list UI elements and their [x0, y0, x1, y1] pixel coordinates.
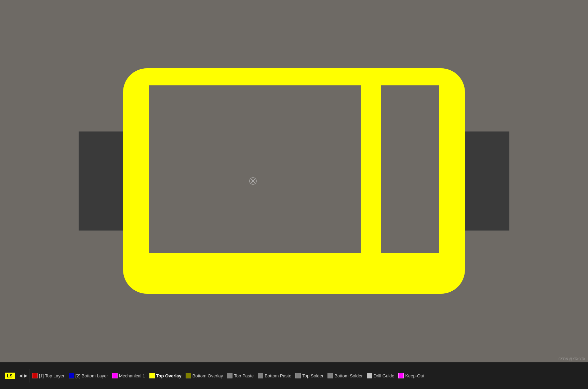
layer-item-keep-out[interactable]: Keep-Out: [396, 362, 426, 389]
layer-label-top-solder: Top Solder: [302, 373, 323, 378]
ls-badge-container[interactable]: LS: [3, 362, 18, 389]
crosshair-symbol: [248, 176, 258, 186]
ls-badge: LS: [5, 373, 15, 379]
color-swatch-top-solder: [295, 373, 301, 378]
layer-label-keep-out: Keep-Out: [405, 373, 424, 378]
color-swatch-bottom-paste: [258, 373, 263, 378]
layer-label-bottom-overlay: Bottom Overlay: [192, 373, 223, 378]
color-swatch-mechanical: [112, 373, 118, 378]
pcb-body-yellow: [123, 68, 465, 294]
layer-label-bottom-paste: Bottom Paste: [265, 373, 291, 378]
layer-item-bottom-layer[interactable]: [2] Bottom Layer: [67, 362, 110, 389]
color-swatch-bottom-layer: [69, 373, 74, 378]
layer-item-drill-guide[interactable]: Drill Guide: [365, 362, 397, 389]
color-swatch-keep-out: [398, 373, 404, 378]
layer-item-bottom-solder[interactable]: Bottom Solder: [325, 362, 364, 389]
color-swatch-bottom-overlay: [186, 373, 191, 378]
layer-item-top-paste[interactable]: Top Paste: [225, 362, 256, 389]
canvas-area: [0, 0, 588, 362]
layer-label-bottom-solder: Bottom Solder: [334, 373, 362, 378]
color-swatch-top-layer: [32, 373, 38, 378]
layer-item-bottom-paste[interactable]: Bottom Paste: [256, 362, 293, 389]
inner-cutout-left: [149, 85, 361, 253]
layer-label-top-layer: [1] Top Layer: [39, 373, 65, 378]
color-swatch-bottom-solder: [328, 373, 333, 378]
layer-item-top-overlay[interactable]: Top Overlay: [147, 362, 184, 389]
nav-arrow-left[interactable]: ◀: [18, 373, 23, 378]
layer-label-drill-guide: Drill Guide: [374, 373, 395, 378]
layer-item-bottom-overlay[interactable]: Bottom Overlay: [184, 362, 225, 389]
layer-item-top-layer[interactable]: [1] Top Layer: [30, 362, 67, 389]
layer-label-bottom-layer: [2] Bottom Layer: [76, 373, 108, 378]
color-swatch-top-overlay: [149, 373, 155, 378]
inner-cutout-right: [381, 85, 439, 253]
status-bar: LS ◀ ▶ [1] Top Layer [2] Bottom Layer Me…: [0, 362, 588, 389]
pcb-component: [123, 68, 465, 294]
color-swatch-top-paste: [227, 373, 232, 378]
layer-item-top-solder[interactable]: Top Solder: [293, 362, 325, 389]
watermark: CSDN @YRr YRr: [559, 357, 585, 361]
divider-1: [29, 369, 29, 383]
layer-label-top-overlay: Top Overlay: [156, 373, 182, 378]
layer-label-top-paste: Top Paste: [234, 373, 254, 378]
color-swatch-drill-guide: [367, 373, 372, 378]
layer-label-mechanical: Mechanical 1: [119, 373, 145, 378]
nav-arrow-right[interactable]: ▶: [23, 373, 28, 378]
layer-item-mechanical[interactable]: Mechanical 1: [110, 362, 147, 389]
